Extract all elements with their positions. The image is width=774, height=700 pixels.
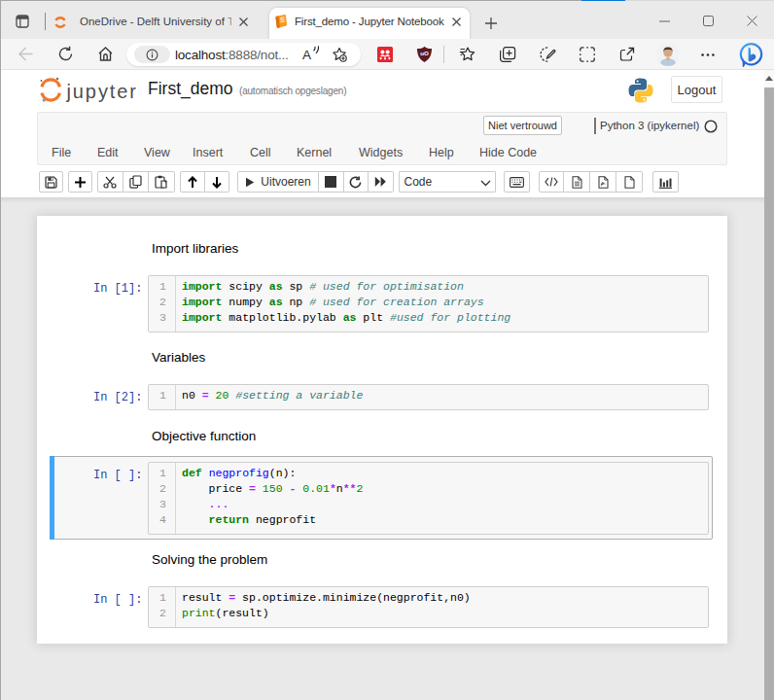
svg-text:jupyter: jupyter [66,81,138,102]
svg-text:uO: uO [420,50,429,56]
